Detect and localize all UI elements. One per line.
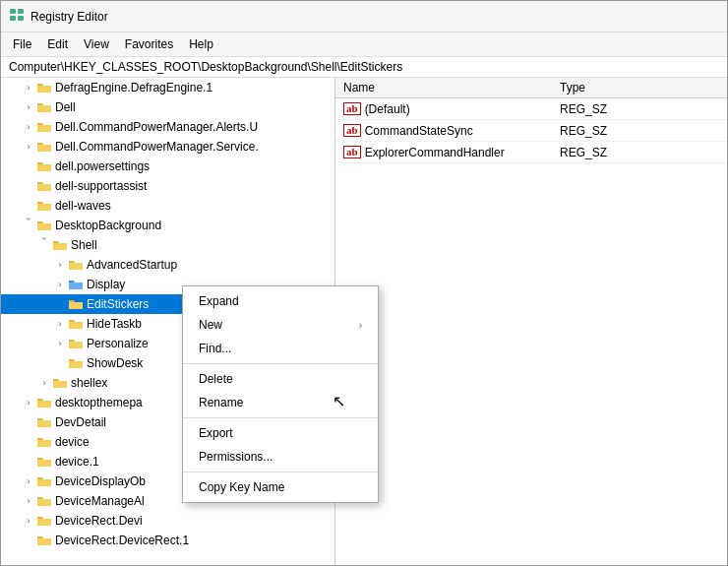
expand-arrow: › — [52, 260, 68, 270]
tree-label: HideTaskb — [87, 317, 142, 331]
tree-label: device.1 — [55, 455, 99, 469]
tree-label: device — [55, 435, 90, 449]
title-bar: Registry Editor — [1, 1, 727, 32]
expand-arrow: › — [21, 122, 36, 132]
folder-icon — [36, 397, 52, 409]
tree-item-dell-waves[interactable]: dell-waves — [1, 196, 334, 216]
menu-favorites[interactable]: Favorites — [117, 34, 181, 54]
ctx-expand[interactable]: Expand — [183, 289, 378, 313]
folder-icon — [68, 298, 84, 310]
expand-arrow: › — [21, 496, 36, 506]
tree-label: DeviceManageAl — [55, 494, 145, 508]
ctx-copykeyname[interactable]: Copy Key Name — [183, 475, 378, 499]
tree-label: Display — [87, 278, 125, 291]
detail-name: ab CommandStateSync — [343, 124, 560, 138]
tree-item-desktopbackground[interactable]: › DesktopBackground — [1, 216, 334, 235]
tree-label: dell-waves — [55, 199, 111, 213]
detail-row-explorercommandhandler[interactable]: ab ExplorerCommandHandler REG_SZ — [335, 142, 727, 163]
tree-label: Personalize — [87, 337, 149, 350]
registry-editor-window: Registry Editor File Edit View Favorites… — [0, 0, 728, 566]
reg-icon: ab — [343, 146, 361, 158]
expand-arrow: › — [21, 83, 36, 93]
tree-label: DesktopBackground — [55, 219, 161, 232]
reg-icon: ab — [343, 124, 361, 137]
tree-item-devicerect-dev[interactable]: › DeviceRect.Devi — [1, 511, 334, 531]
app-icon — [9, 7, 25, 26]
expand-arrow: › — [52, 319, 68, 329]
folder-icon — [68, 318, 84, 330]
tree-item-devicerect-devicerect1[interactable]: DeviceRect.DeviceRect.1 — [1, 531, 334, 550]
tree-item-shell[interactable]: › Shell — [1, 235, 334, 255]
folder-icon — [36, 82, 52, 94]
expand-arrow: › — [39, 237, 49, 253]
svg-rect-1 — [18, 9, 24, 14]
menu-view[interactable]: View — [76, 34, 117, 54]
menu-help[interactable]: Help — [181, 34, 221, 54]
tree-item-dell-cmdpwr-alerts[interactable]: › Dell.CommandPowerManager.Alerts.U — [1, 117, 334, 137]
detail-type: REG_SZ — [560, 146, 658, 159]
detail-name: ab (Default) — [343, 102, 560, 116]
tree-label: Dell.CommandPowerManager.Service. — [55, 140, 259, 154]
detail-row-commandstatesync[interactable]: ab CommandStateSync REG_SZ — [335, 120, 727, 142]
expand-arrow: › — [52, 339, 68, 348]
window-title: Registry Editor — [30, 10, 108, 24]
tree-item-defragengine[interactable]: › DefragEngine.DefragEngine.1 — [1, 78, 334, 97]
ctx-permissions[interactable]: Permissions... — [183, 445, 378, 469]
expand-arrow: › — [21, 476, 36, 486]
tree-label: shellex — [71, 376, 107, 390]
tree-item-advancedstartup[interactable]: › AdvancedStartup — [1, 255, 334, 275]
expand-arrow: › — [21, 142, 36, 152]
expand-arrow: › — [21, 516, 36, 526]
tree-label: DeviceDisplayOb — [55, 474, 146, 488]
tree-item-dell[interactable]: › Dell — [1, 97, 334, 117]
detail-type: REG_SZ — [560, 102, 658, 116]
ctx-export[interactable]: Export — [183, 421, 378, 445]
folder-icon — [68, 279, 84, 290]
folder-icon — [36, 121, 52, 133]
tree-label: Dell.CommandPowerManager.Alerts.U — [55, 120, 258, 134]
tree-label: EditStickers — [87, 297, 149, 311]
expand-arrow: › — [36, 378, 52, 388]
address-bar[interactable]: Computer\HKEY_CLASSES_ROOT\DesktopBackgr… — [1, 57, 727, 78]
ctx-find[interactable]: Find... — [183, 337, 378, 360]
folder-icon — [36, 200, 52, 212]
tree-label: Dell — [55, 100, 76, 114]
folder-icon — [36, 220, 52, 231]
ctx-separator-2 — [183, 417, 378, 418]
tree-label: DeviceRect.DeviceRect.1 — [55, 534, 189, 547]
reg-icon: ab — [343, 102, 361, 115]
folder-icon — [36, 180, 52, 192]
folder-icon — [36, 456, 52, 468]
tree-label: ShowDesk — [87, 356, 143, 370]
col-name: Name — [343, 81, 560, 94]
col-type: Type — [560, 81, 658, 94]
ctx-delete[interactable]: Delete — [183, 367, 378, 391]
folder-icon — [68, 338, 84, 349]
tree-item-dell-powersettings[interactable]: dell.powersettings — [1, 157, 334, 176]
ctx-rename[interactable]: Rename — [183, 391, 378, 414]
detail-row-default[interactable]: ab (Default) REG_SZ — [335, 98, 727, 120]
tree-item-dell-supportassist[interactable]: dell-supportassist — [1, 176, 334, 196]
tree-label: DeviceRect.Devi — [55, 514, 143, 528]
ctx-separator — [183, 363, 378, 364]
ctx-arrow: › — [359, 320, 362, 331]
menu-file[interactable]: File — [5, 34, 39, 54]
folder-icon — [36, 101, 52, 113]
context-menu: Expand New › Find... Delete Rename Expor… — [182, 285, 379, 503]
tree-item-dell-cmdpwr-service[interactable]: › Dell.CommandPowerManager.Service. — [1, 137, 334, 157]
ctx-new[interactable]: New › — [183, 313, 378, 337]
content-area: › DefragEngine.DefragEngine.1 › Dell › — [1, 78, 727, 565]
folder-icon — [36, 495, 52, 507]
expand-arrow: › — [52, 280, 68, 289]
folder-icon — [36, 515, 52, 527]
tree-label: Shell — [71, 238, 97, 252]
tree-label: DevDetail — [55, 415, 106, 429]
tree-label: AdvancedStartup — [87, 258, 177, 272]
svg-rect-2 — [10, 16, 16, 21]
svg-rect-0 — [10, 9, 16, 14]
detail-name: ab ExplorerCommandHandler — [343, 146, 560, 159]
tree-label: desktopthemepa — [55, 396, 143, 409]
folder-icon — [36, 436, 52, 448]
expand-arrow: › — [24, 218, 33, 233]
menu-edit[interactable]: Edit — [39, 34, 76, 54]
